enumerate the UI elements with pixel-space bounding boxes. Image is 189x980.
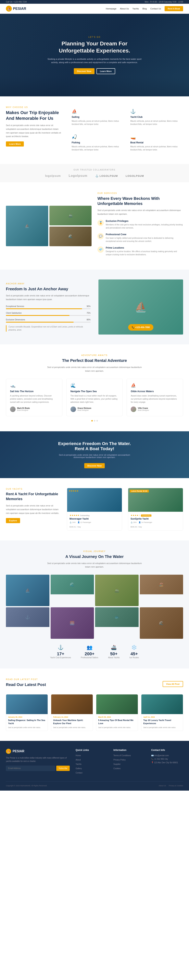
memory-img-1: 🚢 [50, 206, 92, 225]
hero-title: Planning Your Dream ForUnforgettable Exp… [59, 40, 130, 54]
stat-yacht-number: 17+ [50, 651, 71, 657]
yachts-explore-btn[interactable]: Explore [6, 518, 20, 523]
footer-bottom-links: About Us Privacy & Cookies [159, 785, 183, 787]
reviewer-info-1: Mark Di Brate Boat Designer [17, 407, 30, 411]
footer-bottom-about[interactable]: About Us [159, 785, 166, 787]
stat-sailors-number: 200+ [81, 651, 98, 657]
memories-desc: Sed ut perspiciatis unde omnis iste natu… [98, 208, 183, 216]
feature-locations: 💎 Prime Locations Designed to a prime lo… [98, 247, 183, 256]
journey-title: A Visual Journey On The Water [6, 554, 183, 559]
footer-quick-links-list: Home About Yachts Gallery Contact [75, 754, 107, 774]
dot-3[interactable] [96, 420, 98, 422]
adv-title-1: Sail Into The Horizon [10, 390, 58, 393]
blog-card-4[interactable]: April 11, 2024 Top 10 Luxury Yacht Trave… [141, 694, 183, 731]
gallery-img-8: 🌊 [140, 607, 183, 639]
blog-card-2[interactable]: February 14, 2024 Unleash Your Maritime … [51, 694, 93, 731]
footer-logo: ⛵ PESIAR [6, 749, 70, 754]
blog-post-desc-4: Sed ut perspiciatis unde omnis iste natu… [143, 726, 181, 729]
stat-yachts: 🚢 50+ About Yachts [108, 645, 120, 659]
newsletter-form: Subscribe [6, 766, 70, 771]
feature-title-yacht: Yacht Club [130, 116, 180, 118]
rent-boat-button[interactable]: Rent A Boat [165, 6, 183, 11]
boat-icon: 🚤 [130, 135, 180, 140]
blog-label: Read Our Latest Post [6, 678, 46, 681]
yacht-badge-2: Latest Rental ★★★ [130, 490, 149, 492]
phone-left: Call Us: +123-456-7234 [6, 1, 27, 3]
reviewer-role-2: Boat Designer [78, 409, 91, 411]
partners-section: Our Trusted Collaborators logolpsum Logo… [0, 164, 189, 182]
blog-card-1[interactable]: January 28, 2024 Sailing Elegance: Saili… [6, 694, 48, 731]
progress-dimensions-label: Exclusive Dimensions 80% [6, 318, 91, 321]
footer-link-yachts[interactable]: Yachts [75, 763, 82, 765]
gallery-item-4: 🏖️ [140, 575, 183, 606]
feature-card-yacht-club: ⚓ Yacht Club Mauris vehicula, purus at r… [128, 106, 183, 129]
reviewer-role-3: Boat Designer [138, 409, 149, 411]
yacht-capacity-1: 👤 12 Passenger [78, 521, 91, 523]
carousel-dots [6, 420, 183, 422]
footer-link-privacy[interactable]: Privacy Policy [114, 759, 126, 761]
gallery-item-6: 🌅 [51, 607, 94, 639]
footer-link-home[interactable]: Home [75, 754, 81, 757]
adventure-label: Adventure Awaits [6, 354, 183, 356]
stat-yacht-icon: ⚓ [50, 645, 71, 650]
blog-view-all-btn[interactable]: View All Post [163, 681, 183, 687]
partner-logo-4: LOGOLPSUM [126, 175, 144, 177]
blog-post-desc-2: Sed ut perspiciatis unde omnis iste natu… [53, 726, 91, 729]
crew-icon: 💬 [98, 233, 104, 239]
yacht-specs-2: ⚓ 18m 👤 14 Passenger [131, 521, 181, 523]
exclusive-title: Exclusive Privileges [106, 220, 183, 223]
yacht-img-1: ★★★★★ [67, 488, 122, 512]
footer-quick-links: Quick Links Home About Yachts Gallery Co… [75, 749, 107, 775]
footer-link-supplier[interactable]: Supplier [114, 763, 121, 765]
yachts-left: Our Yachts Rent A Yacht For Unforgettabl… [6, 488, 61, 523]
yacht-body-2: ★★★★☆ Outstanding SunSprite Yacht ⚓ 18m … [128, 512, 183, 530]
dot-1[interactable] [91, 420, 93, 422]
reviewer-name-1: Mark Di Brate [17, 407, 30, 409]
footer-link-cookies[interactable]: Cookies [114, 767, 120, 770]
dot-2[interactable] [94, 420, 95, 422]
blog-body-2: February 14, 2024 Unleash Your Maritime … [51, 714, 93, 731]
footer-copyright: Copyright © 2024 MarinaWorld. All Rights… [6, 785, 47, 787]
features-btn[interactable]: Learn More [6, 142, 24, 146]
blog-date-1: January 28, 2024 [8, 716, 46, 718]
blog-card-3[interactable]: March 05, 2024 5 Amazing Tips Of Boat Re… [96, 694, 138, 731]
footer-link-terms[interactable]: Terms of Conditions [114, 754, 131, 757]
footer-address: 📍 123 Abc Dev City 5b 60601 [151, 761, 183, 764]
newsletter-btn[interactable]: Subscribe [56, 766, 70, 771]
features-grid: Why Choose Us Makes Our Trip Enjoyable A… [6, 106, 183, 154]
nav-homepage[interactable]: Homepage [106, 8, 117, 10]
feature-desc-boat: Mauris vehicula, purus at rutrum pulvina… [130, 145, 180, 151]
progress-services-value: 90% [86, 305, 91, 307]
stat-routes-icon: ❄️ [130, 645, 139, 650]
stat-yachts-label: About Yachts [108, 657, 120, 659]
footer-link-about[interactable]: About [75, 759, 81, 761]
hero-gradient [0, 77, 189, 96]
nav-yachts[interactable]: Yachts [133, 8, 139, 10]
gallery-item-7: 🐟 [95, 607, 139, 639]
footer-link-contact[interactable]: Contact [75, 772, 82, 774]
hero-learn-btn[interactable]: Learn More [96, 68, 115, 74]
blog-img-4 [141, 694, 183, 714]
yacht-img-2: Latest Rental ★★★ [128, 488, 183, 512]
nav-blog[interactable]: Blog [143, 8, 147, 10]
hero-discover-btn[interactable]: Discover Now [74, 68, 94, 74]
footer-contact-details: 📧 info@pesiar.com 📞 +1 312 955 City 📍 12… [151, 754, 183, 764]
gallery-img-3: 🚢 [95, 575, 139, 606]
gallery-item-5: ⚓ [6, 607, 50, 639]
stat-routes-label: Ice Routes [130, 657, 139, 659]
nav-about[interactable]: About Us [120, 8, 129, 10]
progress-satisfaction-fill [6, 315, 69, 316]
yacht-title-2: SunSprite Yacht [131, 517, 181, 520]
footer-info-title: Information [114, 749, 145, 751]
cta-btn[interactable]: Discover Now [84, 463, 105, 468]
newsletter-input[interactable] [6, 766, 55, 771]
blog-body-4: April 11, 2024 Top 10 Luxury Yacht Trave… [141, 714, 183, 731]
footer-logo-text: PESIAR [13, 749, 24, 753]
footer-link-gallery[interactable]: Gallery [75, 767, 82, 770]
footer-bottom-privacy[interactable]: Privacy & Cookies [169, 785, 183, 787]
progress-dimensions-value: 80% [86, 318, 91, 321]
nav-contact[interactable]: Contact Us [150, 8, 161, 10]
reviewer-info-2: Grace Dickson Boat Designer [78, 407, 91, 411]
logo-text: PESIAR [13, 7, 26, 11]
adventure-cards: 🛥️ Sail Into The Horizon A yachting adve… [6, 379, 183, 416]
